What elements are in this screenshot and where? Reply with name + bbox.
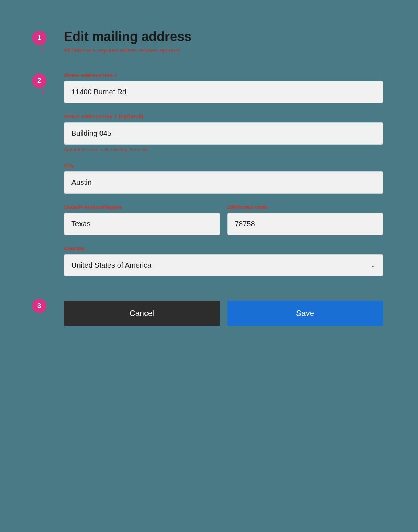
step2-badge: 2 bbox=[32, 73, 46, 88]
save-button[interactable]: Save bbox=[227, 301, 383, 326]
street-address-1-label: Street address line 1 bbox=[64, 72, 383, 78]
city-group: City bbox=[64, 162, 383, 194]
street-address-2-hint: Apartment, suite, unit, building, floor,… bbox=[64, 147, 383, 152]
step3-left-area: 3 bbox=[35, 297, 49, 313]
buttons-content: Cancel Save bbox=[64, 297, 383, 326]
step1-left-area: 1 bbox=[35, 29, 49, 52]
form-section: 2 Street address line 1 Street address l… bbox=[35, 72, 383, 286]
step3-badge: 3 bbox=[32, 299, 46, 313]
country-select[interactable]: United States of America Canada Mexico U… bbox=[64, 254, 383, 276]
country-label: Country bbox=[64, 245, 383, 251]
header-section: 1 Edit mailing address All fields are re… bbox=[35, 29, 383, 54]
state-group: State/Province/Region bbox=[64, 204, 220, 235]
zip-group: ZIP/Postal code bbox=[227, 204, 383, 235]
city-label: City bbox=[64, 162, 383, 168]
page-subtitle: All fields are required unless marked op… bbox=[64, 47, 383, 54]
page-title: Edit mailing address bbox=[64, 29, 383, 44]
zip-input[interactable] bbox=[227, 213, 383, 235]
step1-badge-line: 1 bbox=[35, 29, 49, 52]
step3-badge-area: 3 bbox=[35, 297, 49, 313]
step2-left-area: 2 bbox=[35, 72, 49, 286]
step2-line bbox=[42, 88, 42, 95]
street-address-1-input[interactable] bbox=[64, 81, 383, 103]
form-content: Street address line 1 Street address lin… bbox=[64, 72, 383, 286]
step2-badge-line: 2 bbox=[35, 72, 49, 95]
button-row: Cancel Save bbox=[64, 301, 383, 326]
step1-line bbox=[42, 45, 42, 52]
state-label: State/Province/Region bbox=[64, 204, 220, 210]
page-container: 1 Edit mailing address All fields are re… bbox=[35, 29, 383, 326]
step1-badge: 1 bbox=[32, 31, 46, 45]
street-address-2-label: Street address line 2 (optional) bbox=[64, 113, 383, 119]
action-section: 3 Cancel Save bbox=[35, 297, 383, 326]
country-select-wrapper: United States of America Canada Mexico U… bbox=[64, 254, 383, 276]
city-input[interactable] bbox=[64, 171, 383, 194]
street-address-2-input[interactable] bbox=[64, 122, 383, 145]
header-content: Edit mailing address All fields are requ… bbox=[64, 29, 383, 54]
street-address-1-group: Street address line 1 bbox=[64, 72, 383, 103]
street-address-2-group: Street address line 2 (optional) Apartme… bbox=[64, 113, 383, 152]
country-group: Country United States of America Canada … bbox=[64, 245, 383, 276]
zip-label: ZIP/Postal code bbox=[227, 204, 383, 210]
state-zip-row: State/Province/Region ZIP/Postal code bbox=[64, 204, 383, 245]
cancel-button[interactable]: Cancel bbox=[64, 301, 220, 326]
state-input[interactable] bbox=[64, 213, 220, 235]
